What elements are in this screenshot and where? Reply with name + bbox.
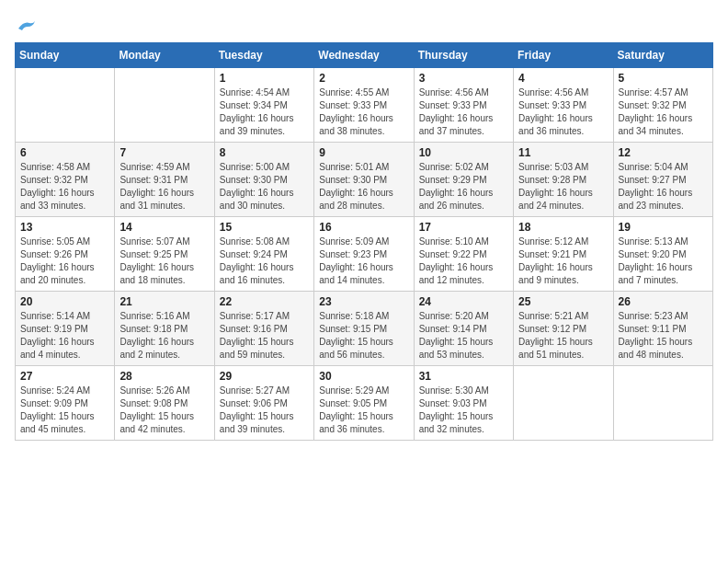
calendar-cell: 3Sunrise: 4:56 AMSunset: 9:33 PMDaylight… — [414, 68, 513, 143]
day-number: 16 — [319, 221, 408, 234]
day-number: 1 — [220, 72, 309, 85]
day-info: Sunrise: 5:09 AMSunset: 9:23 PMDaylight:… — [319, 236, 408, 287]
day-info: Sunrise: 5:26 AMSunset: 9:08 PMDaylight:… — [119, 385, 209, 436]
day-info: Sunrise: 5:05 AMSunset: 9:26 PMDaylight:… — [20, 236, 109, 287]
calendar-cell — [115, 68, 214, 143]
day-number: 21 — [119, 295, 209, 308]
day-info: Sunrise: 5:23 AMSunset: 9:11 PMDaylight:… — [619, 310, 708, 362]
calendar-cell: 31Sunrise: 5:30 AMSunset: 9:03 PMDayligh… — [414, 366, 513, 441]
day-info: Sunrise: 5:14 AMSunset: 9:19 PMDaylight:… — [20, 310, 109, 362]
day-info: Sunrise: 4:59 AMSunset: 9:31 PMDaylight:… — [119, 161, 209, 213]
day-number: 7 — [119, 146, 209, 159]
day-number: 2 — [319, 72, 408, 85]
day-number: 23 — [319, 295, 408, 308]
column-header-saturday: Saturday — [613, 43, 712, 68]
day-number: 4 — [518, 72, 608, 85]
calendar-cell: 21Sunrise: 5:16 AMSunset: 9:18 PMDayligh… — [115, 292, 214, 366]
day-info: Sunrise: 5:27 AMSunset: 9:06 PMDaylight:… — [220, 385, 309, 436]
calendar-header-row: SundayMondayTuesdayWednesdayThursdayFrid… — [16, 43, 713, 68]
calendar-cell: 17Sunrise: 5:10 AMSunset: 9:22 PMDayligh… — [414, 217, 513, 292]
day-number: 12 — [619, 146, 708, 159]
day-info: Sunrise: 4:56 AMSunset: 9:33 PMDaylight:… — [419, 86, 508, 138]
day-number: 25 — [518, 295, 608, 308]
calendar-cell: 4Sunrise: 4:56 AMSunset: 9:33 PMDaylight… — [514, 68, 613, 143]
calendar-cell: 14Sunrise: 5:07 AMSunset: 9:25 PMDayligh… — [115, 217, 214, 292]
day-number: 29 — [220, 370, 309, 383]
day-info: Sunrise: 4:54 AMSunset: 9:34 PMDaylight:… — [220, 86, 309, 138]
column-header-wednesday: Wednesday — [314, 43, 414, 68]
calendar-cell: 12Sunrise: 5:04 AMSunset: 9:27 PMDayligh… — [613, 143, 712, 217]
calendar-cell — [613, 366, 712, 441]
day-number: 3 — [419, 72, 508, 85]
calendar-cell: 7Sunrise: 4:59 AMSunset: 9:31 PMDaylight… — [115, 143, 214, 217]
day-info: Sunrise: 5:08 AMSunset: 9:24 PMDaylight:… — [220, 236, 309, 287]
day-info: Sunrise: 5:29 AMSunset: 9:05 PMDaylight:… — [319, 385, 408, 436]
day-number: 10 — [419, 146, 508, 159]
calendar-cell: 9Sunrise: 5:01 AMSunset: 9:30 PMDaylight… — [314, 143, 414, 217]
day-number: 26 — [619, 295, 708, 308]
calendar-cell: 10Sunrise: 5:02 AMSunset: 9:29 PMDayligh… — [414, 143, 513, 217]
calendar-week-row: 13Sunrise: 5:05 AMSunset: 9:26 PMDayligh… — [16, 217, 713, 292]
day-info: Sunrise: 4:58 AMSunset: 9:32 PMDaylight:… — [20, 161, 109, 213]
column-header-thursday: Thursday — [414, 43, 513, 68]
day-number: 14 — [119, 221, 209, 234]
day-info: Sunrise: 5:16 AMSunset: 9:18 PMDaylight:… — [119, 310, 209, 362]
calendar-cell: 5Sunrise: 4:57 AMSunset: 9:32 PMDaylight… — [613, 68, 712, 143]
calendar-cell: 29Sunrise: 5:27 AMSunset: 9:06 PMDayligh… — [214, 366, 313, 441]
column-header-friday: Friday — [514, 43, 613, 68]
day-number: 17 — [419, 221, 508, 234]
calendar-cell: 2Sunrise: 4:55 AMSunset: 9:33 PMDaylight… — [314, 68, 414, 143]
day-info: Sunrise: 5:24 AMSunset: 9:09 PMDaylight:… — [20, 385, 109, 436]
calendar-cell: 23Sunrise: 5:18 AMSunset: 9:15 PMDayligh… — [314, 292, 414, 366]
calendar-cell — [514, 366, 613, 441]
day-number: 6 — [20, 146, 109, 159]
day-number: 9 — [319, 146, 408, 159]
calendar-cell: 30Sunrise: 5:29 AMSunset: 9:05 PMDayligh… — [314, 366, 414, 441]
calendar-cell: 28Sunrise: 5:26 AMSunset: 9:08 PMDayligh… — [115, 366, 214, 441]
day-info: Sunrise: 5:03 AMSunset: 9:28 PMDaylight:… — [518, 161, 608, 213]
day-number: 13 — [20, 221, 109, 234]
logo-text — [15, 15, 37, 35]
day-info: Sunrise: 5:04 AMSunset: 9:27 PMDaylight:… — [619, 161, 708, 213]
day-number: 19 — [619, 221, 708, 234]
day-number: 27 — [20, 370, 109, 383]
day-info: Sunrise: 5:20 AMSunset: 9:14 PMDaylight:… — [419, 310, 508, 362]
header — [15, 15, 713, 35]
column-header-monday: Monday — [115, 43, 214, 68]
day-info: Sunrise: 5:07 AMSunset: 9:25 PMDaylight:… — [119, 236, 209, 287]
day-info: Sunrise: 4:55 AMSunset: 9:33 PMDaylight:… — [319, 86, 408, 138]
day-info: Sunrise: 5:01 AMSunset: 9:30 PMDaylight:… — [319, 161, 408, 213]
calendar-cell — [16, 68, 115, 143]
day-info: Sunrise: 4:56 AMSunset: 9:33 PMDaylight:… — [518, 86, 608, 138]
day-info: Sunrise: 5:21 AMSunset: 9:12 PMDaylight:… — [518, 310, 608, 362]
day-number: 30 — [319, 370, 408, 383]
calendar-cell: 1Sunrise: 4:54 AMSunset: 9:34 PMDaylight… — [214, 68, 313, 143]
day-number: 15 — [220, 221, 309, 234]
calendar-cell: 18Sunrise: 5:12 AMSunset: 9:21 PMDayligh… — [514, 217, 613, 292]
calendar-cell: 6Sunrise: 4:58 AMSunset: 9:32 PMDaylight… — [16, 143, 115, 217]
calendar-cell: 27Sunrise: 5:24 AMSunset: 9:09 PMDayligh… — [16, 366, 115, 441]
calendar-week-row: 27Sunrise: 5:24 AMSunset: 9:09 PMDayligh… — [16, 366, 713, 441]
day-number: 28 — [119, 370, 209, 383]
calendar-week-row: 20Sunrise: 5:14 AMSunset: 9:19 PMDayligh… — [16, 292, 713, 366]
day-info: Sunrise: 5:13 AMSunset: 9:20 PMDaylight:… — [619, 236, 708, 287]
calendar-table: SundayMondayTuesdayWednesdayThursdayFrid… — [15, 42, 713, 441]
day-number: 20 — [20, 295, 109, 308]
calendar-cell: 11Sunrise: 5:03 AMSunset: 9:28 PMDayligh… — [514, 143, 613, 217]
day-number: 11 — [518, 146, 608, 159]
day-number: 5 — [619, 72, 708, 85]
calendar-cell: 24Sunrise: 5:20 AMSunset: 9:14 PMDayligh… — [414, 292, 513, 366]
day-number: 18 — [518, 221, 608, 234]
calendar-cell: 13Sunrise: 5:05 AMSunset: 9:26 PMDayligh… — [16, 217, 115, 292]
day-number: 8 — [220, 146, 309, 159]
day-number: 22 — [220, 295, 309, 308]
day-info: Sunrise: 5:02 AMSunset: 9:29 PMDaylight:… — [419, 161, 508, 213]
day-info: Sunrise: 5:17 AMSunset: 9:16 PMDaylight:… — [220, 310, 309, 362]
day-info: Sunrise: 5:12 AMSunset: 9:21 PMDaylight:… — [518, 236, 608, 287]
column-header-sunday: Sunday — [16, 43, 115, 68]
calendar-week-row: 1Sunrise: 4:54 AMSunset: 9:34 PMDaylight… — [16, 68, 713, 143]
day-info: Sunrise: 5:30 AMSunset: 9:03 PMDaylight:… — [419, 385, 508, 436]
calendar-week-row: 6Sunrise: 4:58 AMSunset: 9:32 PMDaylight… — [16, 143, 713, 217]
calendar-cell: 25Sunrise: 5:21 AMSunset: 9:12 PMDayligh… — [514, 292, 613, 366]
day-info: Sunrise: 5:00 AMSunset: 9:30 PMDaylight:… — [220, 161, 309, 213]
